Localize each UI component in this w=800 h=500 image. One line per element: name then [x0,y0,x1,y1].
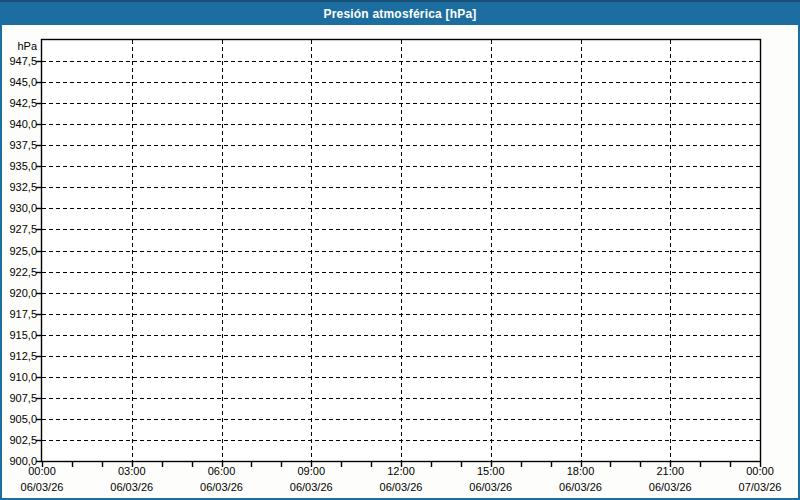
y-tick-label: 925,0 [0,245,37,257]
y-tick-label: 907,5 [0,392,37,404]
y-tick-label: 940,0 [0,118,37,130]
y-tick-label: 945,0 [0,76,37,88]
y-tick-label: 932,5 [0,181,37,193]
y-tick-label: 922,5 [0,266,37,278]
x-tick-time-label: 00:00 [2,465,82,478]
x-tick-date-label: 06/03/26 [92,481,172,494]
x-tick-date-label: 06/03/26 [630,481,710,494]
x-tick-time-label: 09:00 [271,465,351,478]
x-tick-time-label: 15:00 [451,465,531,478]
y-tick-label: 935,0 [0,160,37,172]
x-tick-time-label: 12:00 [361,465,441,478]
y-tick-label: 930,0 [0,202,37,214]
x-tick-time-label: 03:00 [92,465,172,478]
y-axis-unit-label: hPa [0,40,37,52]
y-tick-label: 915,0 [0,329,37,341]
x-tick-date-label: 06/03/26 [361,481,441,494]
y-tick-label: 910,0 [0,371,37,383]
y-tick-label: 920,0 [0,287,37,299]
y-tick-label: 917,5 [0,308,37,320]
y-tick-label: 905,0 [0,413,37,425]
y-tick-label: 937,5 [0,139,37,151]
x-tick-time-label: 00:00 [720,465,800,478]
x-tick-date-label: 06/03/26 [271,481,351,494]
x-tick-date-label: 06/03/26 [2,481,82,494]
y-tick-label: 902,5 [0,434,37,446]
pressure-chart-panel: Presión atmosférica [hPa] hPa 947,5945,0… [0,0,800,500]
x-tick-time-label: 18:00 [541,465,621,478]
y-tick-label: 927,5 [0,223,37,235]
x-tick-time-label: 06:00 [182,465,262,478]
x-tick-date-label: 06/03/26 [541,481,621,494]
x-tick-time-label: 21:00 [630,465,710,478]
y-tick-label: 947,5 [0,55,37,67]
y-tick-label: 942,5 [0,97,37,109]
x-tick-date-label: 07/03/26 [720,481,800,494]
x-tick-date-label: 06/03/26 [182,481,262,494]
y-tick-label: 912,5 [0,350,37,362]
plot-grid [0,0,800,500]
x-tick-date-label: 06/03/26 [451,481,531,494]
